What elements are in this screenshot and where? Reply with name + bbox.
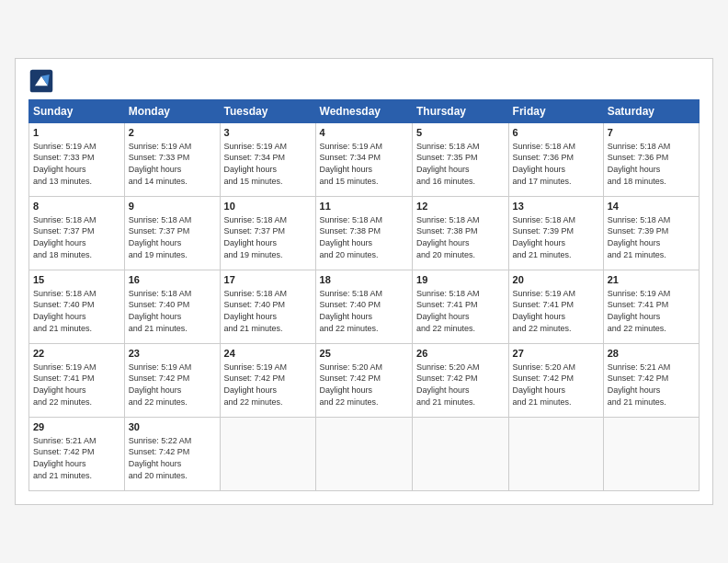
day-number: 17 [224, 273, 312, 287]
calendar-cell: 9 Sunrise: 5:18 AM Sunset: 7:37 PM Dayli… [124, 197, 220, 270]
day-number: 18 [320, 273, 408, 287]
calendar-cell: 19 Sunrise: 5:18 AM Sunset: 7:41 PM Dayl… [413, 270, 509, 344]
day-number: 2 [129, 126, 216, 140]
day-info: Sunrise: 5:19 AM Sunset: 7:34 PM Dayligh… [224, 141, 312, 187]
weekday-header-monday: Monday [124, 100, 220, 123]
day-info: Sunrise: 5:19 AM Sunset: 7:42 PM Dayligh… [129, 362, 216, 408]
day-number: 29 [33, 420, 120, 434]
day-info: Sunrise: 5:18 AM Sunset: 7:36 PM Dayligh… [513, 141, 599, 187]
weekday-header-wednesday: Wednesday [315, 100, 412, 123]
day-info: Sunrise: 5:18 AM Sunset: 7:39 PM Dayligh… [513, 214, 599, 260]
day-number: 23 [129, 347, 216, 361]
day-number: 5 [416, 126, 505, 140]
day-info: Sunrise: 5:18 AM Sunset: 7:40 PM Dayligh… [320, 288, 408, 334]
calendar-cell: 7 Sunrise: 5:18 AM Sunset: 7:36 PM Dayli… [603, 123, 699, 197]
day-number: 11 [320, 200, 408, 213]
day-info: Sunrise: 5:19 AM Sunset: 7:41 PM Dayligh… [513, 288, 599, 334]
calendar-cell: 20 Sunrise: 5:19 AM Sunset: 7:41 PM Dayl… [508, 270, 603, 344]
day-number: 4 [320, 126, 408, 140]
weekday-header-saturday: Saturday [603, 100, 699, 123]
day-number: 6 [513, 126, 599, 140]
week-row-5: 29 Sunrise: 5:21 AM Sunset: 7:42 PM Dayl… [29, 418, 700, 491]
calendar-cell: 5 Sunrise: 5:18 AM Sunset: 7:35 PM Dayli… [413, 123, 509, 197]
weekday-header-sunday: Sunday [29, 100, 125, 123]
day-info: Sunrise: 5:19 AM Sunset: 7:41 PM Dayligh… [33, 362, 120, 408]
day-info: Sunrise: 5:20 AM Sunset: 7:42 PM Dayligh… [416, 362, 505, 408]
calendar-cell: 28 Sunrise: 5:21 AM Sunset: 7:42 PM Dayl… [603, 344, 699, 418]
day-number: 10 [224, 200, 312, 213]
day-info: Sunrise: 5:18 AM Sunset: 7:40 PM Dayligh… [129, 288, 216, 334]
day-info: Sunrise: 5:18 AM Sunset: 7:38 PM Dayligh… [416, 214, 505, 260]
calendar-cell: 13 Sunrise: 5:18 AM Sunset: 7:39 PM Dayl… [508, 197, 603, 270]
day-number: 22 [33, 347, 120, 361]
day-number: 20 [513, 273, 599, 287]
calendar-cell: 23 Sunrise: 5:19 AM Sunset: 7:42 PM Dayl… [124, 344, 220, 418]
day-info: Sunrise: 5:19 AM Sunset: 7:33 PM Dayligh… [33, 141, 120, 187]
day-number: 8 [33, 200, 120, 213]
day-number: 14 [608, 200, 695, 213]
calendar-cell: 6 Sunrise: 5:18 AM Sunset: 7:36 PM Dayli… [508, 123, 603, 197]
calendar-cell: 22 Sunrise: 5:19 AM Sunset: 7:41 PM Dayl… [29, 344, 125, 418]
calendar-cell: 25 Sunrise: 5:20 AM Sunset: 7:42 PM Dayl… [315, 344, 412, 418]
calendar-cell: 17 Sunrise: 5:18 AM Sunset: 7:40 PM Dayl… [220, 270, 315, 344]
week-row-4: 22 Sunrise: 5:19 AM Sunset: 7:41 PM Dayl… [29, 344, 700, 418]
calendar-cell: 2 Sunrise: 5:19 AM Sunset: 7:33 PM Dayli… [124, 123, 220, 197]
day-number: 15 [33, 273, 120, 287]
calendar-cell: 18 Sunrise: 5:18 AM Sunset: 7:40 PM Dayl… [315, 270, 412, 344]
calendar-cell: 24 Sunrise: 5:19 AM Sunset: 7:42 PM Dayl… [220, 344, 315, 418]
day-info: Sunrise: 5:18 AM Sunset: 7:35 PM Dayligh… [416, 141, 505, 187]
day-info: Sunrise: 5:22 AM Sunset: 7:42 PM Dayligh… [129, 435, 216, 481]
day-number: 25 [320, 347, 408, 361]
calendar-grid: SundayMondayTuesdayWednesdayThursdayFrid… [28, 99, 700, 491]
day-number: 16 [129, 273, 216, 287]
day-number: 1 [33, 126, 120, 140]
logo [28, 68, 58, 94]
calendar-cell: 10 Sunrise: 5:18 AM Sunset: 7:37 PM Dayl… [220, 197, 315, 270]
calendar-cell: 15 Sunrise: 5:18 AM Sunset: 7:40 PM Dayl… [29, 270, 125, 344]
calendar-cell: 11 Sunrise: 5:18 AM Sunset: 7:38 PM Dayl… [315, 197, 412, 270]
calendar-cell: 30 Sunrise: 5:22 AM Sunset: 7:42 PM Dayl… [124, 418, 220, 491]
calendar-cell: 8 Sunrise: 5:18 AM Sunset: 7:37 PM Dayli… [29, 197, 125, 270]
day-info: Sunrise: 5:18 AM Sunset: 7:40 PM Dayligh… [224, 288, 312, 334]
weekday-header-row: SundayMondayTuesdayWednesdayThursdayFrid… [29, 100, 700, 123]
weekday-header-tuesday: Tuesday [220, 100, 315, 123]
calendar-cell [603, 418, 699, 491]
day-info: Sunrise: 5:18 AM Sunset: 7:41 PM Dayligh… [416, 288, 505, 334]
day-info: Sunrise: 5:18 AM Sunset: 7:39 PM Dayligh… [608, 214, 695, 260]
day-number: 21 [608, 273, 695, 287]
calendar-cell: 16 Sunrise: 5:18 AM Sunset: 7:40 PM Dayl… [124, 270, 220, 344]
calendar-cell: 26 Sunrise: 5:20 AM Sunset: 7:42 PM Dayl… [413, 344, 509, 418]
day-info: Sunrise: 5:19 AM Sunset: 7:41 PM Dayligh… [608, 288, 695, 334]
day-number: 24 [224, 347, 312, 361]
calendar-cell [220, 418, 315, 491]
calendar-cell: 1 Sunrise: 5:19 AM Sunset: 7:33 PM Dayli… [29, 123, 125, 197]
day-number: 27 [513, 347, 599, 361]
header-section [28, 68, 700, 94]
calendar-cell: 21 Sunrise: 5:19 AM Sunset: 7:41 PM Dayl… [603, 270, 699, 344]
day-number: 30 [129, 420, 216, 434]
calendar-cell: 4 Sunrise: 5:19 AM Sunset: 7:34 PM Dayli… [315, 123, 412, 197]
weekday-header-thursday: Thursday [413, 100, 509, 123]
day-number: 26 [416, 347, 505, 361]
calendar-cell [413, 418, 509, 491]
week-row-3: 15 Sunrise: 5:18 AM Sunset: 7:40 PM Dayl… [29, 270, 700, 344]
calendar-cell [508, 418, 603, 491]
week-row-2: 8 Sunrise: 5:18 AM Sunset: 7:37 PM Dayli… [29, 197, 700, 270]
day-info: Sunrise: 5:19 AM Sunset: 7:34 PM Dayligh… [320, 141, 408, 187]
calendar-cell: 27 Sunrise: 5:20 AM Sunset: 7:42 PM Dayl… [508, 344, 603, 418]
day-number: 19 [416, 273, 505, 287]
day-info: Sunrise: 5:21 AM Sunset: 7:42 PM Dayligh… [608, 362, 695, 408]
calendar-cell: 14 Sunrise: 5:18 AM Sunset: 7:39 PM Dayl… [603, 197, 699, 270]
calendar-cell [315, 418, 412, 491]
day-info: Sunrise: 5:19 AM Sunset: 7:33 PM Dayligh… [129, 141, 216, 187]
week-row-1: 1 Sunrise: 5:19 AM Sunset: 7:33 PM Dayli… [29, 123, 700, 197]
day-number: 7 [608, 126, 695, 140]
day-info: Sunrise: 5:18 AM Sunset: 7:38 PM Dayligh… [320, 214, 408, 260]
day-info: Sunrise: 5:20 AM Sunset: 7:42 PM Dayligh… [320, 362, 408, 408]
day-info: Sunrise: 5:18 AM Sunset: 7:40 PM Dayligh… [33, 288, 120, 334]
logo-icon [28, 68, 54, 94]
day-number: 13 [513, 200, 599, 213]
calendar-cell: 3 Sunrise: 5:19 AM Sunset: 7:34 PM Dayli… [220, 123, 315, 197]
calendar-cell: 12 Sunrise: 5:18 AM Sunset: 7:38 PM Dayl… [413, 197, 509, 270]
day-number: 9 [129, 200, 216, 213]
